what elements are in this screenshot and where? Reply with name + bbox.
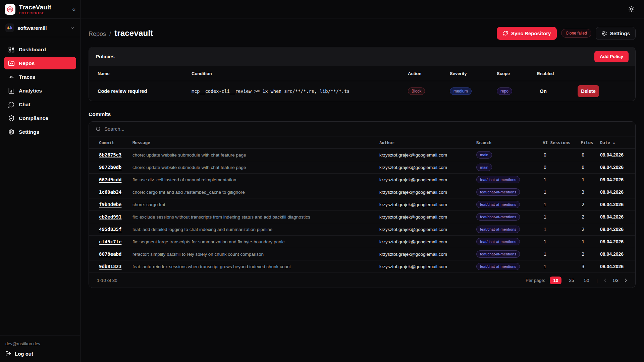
branch-cell: feat/chat-at-mentions [476,238,543,245]
branch-badge: feat/chat-at-mentions [476,201,520,208]
chevron-left-icon [602,278,608,283]
commits-table-header: Commit Message Author Branch AI Sessions… [89,136,635,149]
branch-cell: feat/chat-at-mentions [476,250,543,258]
results-range: 1-10 of 30 [97,278,117,283]
sidebar-item-label: Settings [19,129,39,135]
next-page-button[interactable] [623,278,629,283]
files-count: 2 [581,202,600,207]
commit-author: krzysztof.grajek@googlemail.com [379,153,476,158]
commit-hash-link[interactable]: cb2ed991 [99,214,121,220]
policy-scope-badge: repo [497,87,512,95]
delete-policy-button[interactable]: Delete [578,85,599,97]
ai-sessions-count: 1 [543,214,581,220]
branch-cell: feat/chat-at-mentions [476,201,543,208]
commit-message: refactor: simplify backfill to rely sole… [132,252,379,257]
workspace-selector[interactable]: softwaremill [0,19,80,37]
files-count: 3 [581,189,600,195]
search-input[interactable] [104,126,629,132]
sidebar-item-compliance[interactable]: Compliance [4,112,76,124]
column-header-condition: Condition [192,71,408,76]
table-row: 8b2675c3 chore: update website submodule… [89,149,635,161]
files-count: 0 [581,152,600,158]
column-header-commit[interactable]: Commit [99,140,132,145]
theme-toggle-button[interactable] [626,4,637,14]
commit-message: feat: add detailed logging to chat index… [132,227,379,232]
commit-hash-link[interactable]: 667d9cdd [99,177,121,182]
per-page-option-10[interactable]: 10 [550,277,561,284]
main-area: Repos / tracevault Sync Repository Clone… [80,0,644,362]
column-header-files[interactable]: Files [581,140,600,145]
sidebar-item-dashboard[interactable]: Dashboard [4,43,76,56]
branch-badge: feat/chat-at-mentions [476,226,520,233]
commit-date: 08.04.2026 [600,251,627,257]
commit-hash-link[interactable]: 8078eabd [99,251,121,257]
commit-hash-link[interactable]: 8b2675c3 [99,152,121,158]
files-count: 2 [581,251,600,257]
commit-message: chore: update website submodule with cha… [132,153,379,158]
sidebar-collapse-button[interactable]: « [72,6,75,12]
column-header-message[interactable]: Message [132,140,379,145]
table-row: 1c60ab24 chore: cargo fmt and add .faste… [89,186,635,198]
page-header: Repos / tracevault Sync Repository Clone… [89,25,636,41]
folder-git-icon [8,60,15,67]
policies-table-header: Name Condition Action Severity Scope Ena… [89,66,635,81]
commit-author: krzysztof.grajek@googlemail.com [379,202,476,207]
clone-status-badge: Clone failed [561,29,591,38]
sync-repository-label: Sync Repository [511,31,551,36]
commit-message: fix: exclude sessions without transcript… [132,215,379,220]
sidebar: TraceVault ENTERPRISE « softwaremill [0,0,80,362]
table-row: 9872b0db chore: update website submodule… [89,161,635,174]
table-row: 9db81823 feat: auto-reindex sessions whe… [89,260,635,273]
commit-hash-link[interactable]: 495d835f [99,227,121,232]
commits-search [89,122,635,136]
commit-message: chore: update website submodule with cha… [132,165,379,170]
add-policy-button[interactable]: Add Policy [594,51,629,62]
sidebar-item-chat[interactable]: Chat [4,98,76,111]
sidebar-item-label: Compliance [19,115,48,121]
logout-button[interactable]: Log out [5,351,75,357]
logout-icon [5,351,11,357]
commit-date: 08.04.2026 [600,202,627,207]
per-page-option-25[interactable]: 25 [566,277,577,284]
table-row: 667d9cdd fix: use div_ceil instead of ma… [89,174,635,186]
commit-hash-link[interactable]: cf45c7fe [99,239,121,244]
policies-card-header: Policies Add Policy [89,47,635,66]
commit-date: 08.04.2026 [600,227,627,232]
commit-hash-link[interactable]: f9b4d0be [99,202,121,207]
chevron-down-icon [70,25,75,31]
branch-cell: main [476,151,543,159]
per-page-option-50[interactable]: 50 [582,277,592,284]
table-row: cf45c7fe fix: segment large transcripts … [89,236,635,248]
breadcrumb-repos-link[interactable]: Repos [89,31,106,38]
files-count: 2 [581,214,600,220]
commit-author: krzysztof.grajek@googlemail.com [379,227,476,232]
files-count: 2 [581,227,600,232]
policy-enabled-toggle[interactable]: On [537,88,576,94]
prev-page-button[interactable] [602,278,608,283]
commit-hash-link[interactable]: 1c60ab24 [99,189,121,195]
sidebar-item-settings[interactable]: Settings [4,126,76,138]
sidebar-item-analytics[interactable]: Analytics [4,84,76,97]
column-header-branch[interactable]: Branch [476,140,543,145]
policies-title: Policies [96,54,115,59]
commit-date: 08.04.2026 [600,239,627,244]
commit-message: feat: auto-reindex sessions when transcr… [132,264,379,269]
sidebar-item-repos[interactable]: Repos [4,57,76,69]
sync-repository-button[interactable]: Sync Repository [497,27,557,40]
branch-badge: feat/chat-at-mentions [476,188,520,196]
commit-hash-link[interactable]: 9872b0db [99,165,121,170]
sidebar-item-traces[interactable]: Traces [4,71,76,83]
column-header-ai-sessions[interactable]: AI Sessions [543,140,581,145]
sidebar-nav: Dashboard Repos Traces Analytics [0,37,80,144]
gear-icon [8,129,15,135]
table-row: Code review required mcp__codex-cli__rev… [89,81,635,101]
ai-sessions-count: 1 [543,177,581,182]
commit-hash-link[interactable]: 9db81823 [99,264,121,269]
header-actions: Sync Repository Clone failed Settings [497,27,636,40]
column-header-date[interactable]: Date ↓ [600,140,627,145]
chevron-right-icon [623,278,629,283]
gear-icon [601,31,607,36]
column-header-author[interactable]: Author [379,140,476,145]
brand-name: TraceVault [19,4,51,10]
repo-settings-button[interactable]: Settings [596,27,636,40]
